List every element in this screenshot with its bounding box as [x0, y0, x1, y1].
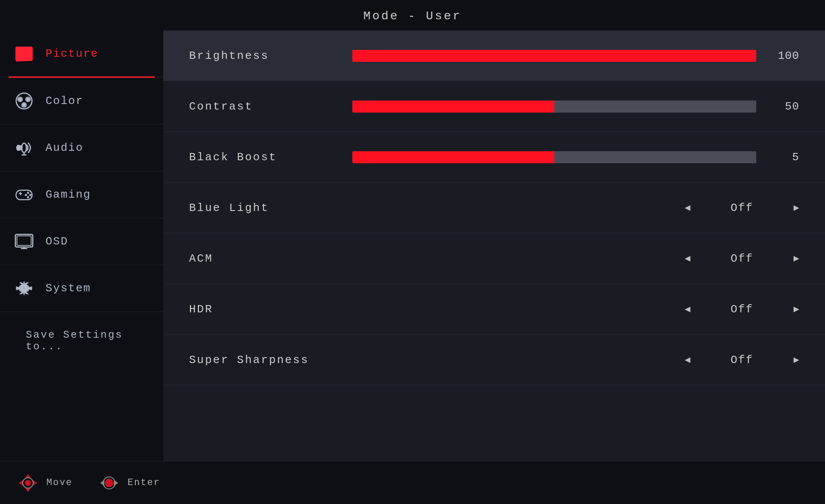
sidebar-item-gaming[interactable]: Gaming — [0, 171, 163, 218]
hdr-label: HDR — [189, 303, 352, 316]
svg-point-33 — [25, 480, 31, 486]
acm-value: Off — [708, 252, 776, 265]
blue-light-label: Blue Light — [189, 202, 352, 214]
super-sharpness-left-arrow[interactable]: ◀ — [685, 354, 691, 366]
header-title: Mode - User — [0, 0, 825, 31]
hdr-value: Off — [708, 303, 776, 316]
hdr-row: HDR ◀ Off ▶ — [163, 284, 825, 335]
svg-point-2 — [18, 49, 22, 53]
content-area: Brightness 100 Contrast 50 Black Boost — [163, 31, 825, 479]
hdr-right-arrow[interactable]: ▶ — [794, 303, 799, 315]
sidebar-item-picture[interactable]: Picture — [0, 31, 163, 77]
sidebar-label-audio: Audio — [46, 141, 83, 154]
super-sharpness-label: Super Sharpness — [189, 354, 352, 367]
black-boost-track[interactable] — [352, 151, 756, 163]
sidebar-label-system: System — [46, 282, 91, 295]
save-settings-label: Save Settings to... — [26, 329, 123, 352]
svg-rect-25 — [17, 236, 31, 245]
black-boost-fill — [352, 151, 554, 163]
blue-light-right-arrow[interactable]: ▶ — [794, 202, 799, 214]
brightness-label: Brightness — [189, 49, 352, 62]
system-icon — [13, 277, 35, 299]
sidebar: Picture Color — [0, 31, 163, 479]
svg-point-37 — [105, 479, 113, 487]
brightness-slider-container: 100 — [352, 49, 799, 62]
acm-row: ACM ◀ Off ▶ — [163, 233, 825, 284]
black-boost-label: Black Boost — [189, 151, 352, 164]
acm-label: ACM — [189, 252, 352, 265]
hdr-toggle: ◀ Off ▶ — [352, 303, 799, 316]
sidebar-item-osd[interactable]: OSD — [0, 218, 163, 265]
osd-icon — [13, 230, 35, 253]
sidebar-label-color: Color — [46, 95, 83, 107]
super-sharpness-row: Super Sharpness ◀ Off ▶ — [163, 335, 825, 385]
bottom-bar: Move Enter — [0, 461, 825, 504]
blue-light-value: Off — [708, 202, 776, 214]
super-sharpness-value: Off — [708, 354, 776, 367]
black-boost-value: 5 — [769, 151, 799, 164]
sidebar-label-picture: Picture — [46, 47, 98, 60]
mode-title: Mode - User — [364, 9, 462, 23]
blue-light-toggle: ◀ Off ▶ — [352, 202, 799, 214]
color-icon — [13, 90, 35, 112]
enter-icon — [98, 472, 120, 494]
brightness-row: Brightness 100 — [163, 31, 825, 81]
picture-icon — [13, 43, 35, 65]
move-label: Move — [46, 477, 73, 488]
brightness-fill — [352, 50, 756, 62]
super-sharpness-right-arrow[interactable]: ▶ — [794, 354, 799, 366]
black-boost-row: Black Boost 5 — [163, 132, 825, 183]
sidebar-item-audio[interactable]: Audio — [0, 125, 163, 171]
acm-left-arrow[interactable]: ◀ — [685, 253, 691, 264]
acm-toggle: ◀ Off ▶ — [352, 252, 799, 265]
brightness-value: 100 — [769, 49, 799, 62]
move-hint: Move — [17, 472, 73, 494]
contrast-slider-container: 50 — [352, 100, 799, 113]
sidebar-item-system[interactable]: System — [0, 265, 163, 312]
svg-point-8 — [18, 98, 21, 101]
enter-label: Enter — [128, 477, 160, 488]
main-layout: Picture Color — [0, 31, 825, 479]
svg-point-10 — [22, 104, 25, 107]
super-sharpness-toggle: ◀ Off ▶ — [352, 354, 799, 367]
svg-point-20 — [27, 192, 29, 194]
move-icon — [17, 472, 39, 494]
contrast-fill — [352, 101, 554, 113]
svg-point-23 — [25, 194, 27, 196]
enter-hint: Enter — [98, 472, 160, 494]
sidebar-item-color[interactable]: Color — [0, 78, 163, 125]
hdr-left-arrow[interactable]: ◀ — [685, 303, 691, 315]
black-boost-slider-container: 5 — [352, 151, 799, 164]
brightness-track[interactable] — [352, 50, 756, 62]
svg-point-22 — [27, 196, 29, 198]
sidebar-label-gaming: Gaming — [46, 188, 91, 201]
contrast-track[interactable] — [352, 101, 756, 113]
svg-point-21 — [29, 194, 31, 196]
acm-right-arrow[interactable]: ▶ — [794, 253, 799, 264]
save-settings[interactable]: Save Settings to... — [0, 312, 163, 370]
blue-light-left-arrow[interactable]: ◀ — [685, 202, 691, 214]
svg-point-9 — [27, 98, 30, 101]
contrast-row: Contrast 50 — [163, 81, 825, 132]
gaming-icon — [13, 183, 35, 206]
audio-icon — [13, 137, 35, 159]
contrast-label: Contrast — [189, 100, 352, 113]
contrast-value: 50 — [769, 100, 799, 113]
sidebar-label-osd: OSD — [46, 235, 68, 248]
blue-light-row: Blue Light ◀ Off ▶ — [163, 183, 825, 233]
